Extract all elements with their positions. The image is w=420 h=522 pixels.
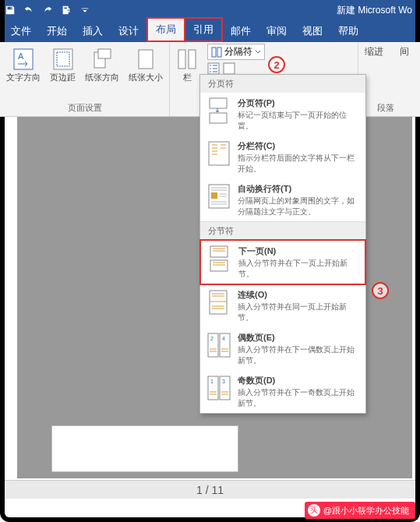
menu-item-even-page[interactable]: 24 偶数页(E)插入分节符并在下一偶数页上开始新节。 (200, 327, 365, 370)
svg-rect-9 (212, 48, 216, 57)
watermark-text: @跟小小筱学办公技能 (323, 505, 409, 517)
svg-rect-5 (98, 49, 111, 58)
orientation-button[interactable]: 纸张方向 (82, 47, 122, 85)
watermark: 头 @跟小小筱学办公技能 (305, 502, 415, 519)
breaks-icon (211, 47, 222, 58)
svg-text:4: 4 (222, 336, 225, 341)
svg-text:1: 1 (210, 379, 214, 384)
menu-item-continuous[interactable]: 连续(O)插入分节符并在同一页上开始新节。 (200, 284, 365, 327)
svg-rect-18 (210, 246, 228, 257)
text-direction-button[interactable]: A 文字方向 (3, 47, 44, 85)
text-wrap-icon (206, 183, 231, 210)
even-page-icon: 24 (206, 332, 231, 358)
menu-item-text-wrap[interactable]: 自动换行符(T)分隔网页上的对象周围的文字，如分隔题注文字与正文。 (200, 178, 365, 221)
menu-header-section-breaks: 分节符 (200, 221, 365, 240)
svg-text:3: 3 (222, 379, 225, 384)
continuous-icon (206, 289, 231, 316)
margins-button[interactable]: 页边距 (47, 47, 79, 85)
svg-rect-19 (210, 260, 228, 271)
callout-3: 3 (372, 282, 389, 299)
page-setup-label: 页面设置 (3, 101, 166, 116)
text-direction-icon: A (12, 48, 34, 70)
svg-rect-8 (189, 50, 196, 69)
svg-rect-15 (209, 142, 229, 165)
svg-rect-6 (139, 50, 153, 69)
orientation-icon (91, 48, 113, 70)
document-page (51, 425, 238, 472)
paragraph-group-label: 段落 (358, 102, 412, 114)
callout-2: 2 (268, 56, 285, 73)
size-icon (135, 48, 157, 70)
svg-rect-14 (210, 113, 227, 123)
odd-page-icon: 13 (206, 375, 231, 401)
spacing-label: 间 (400, 45, 409, 58)
svg-rect-13 (210, 98, 227, 108)
breaks-menu: 分页符 分页符(P)标记一页结束与下一页开始的位置。 分栏符(C)指示分栏符后面… (199, 74, 366, 414)
svg-text:2: 2 (210, 336, 214, 341)
columns-button[interactable]: 栏 (173, 47, 201, 85)
svg-rect-10 (217, 48, 221, 57)
margins-icon (52, 48, 74, 70)
menu-item-page-break[interactable]: 分页符(P)标记一页结束与下一页开始的位置。 (200, 93, 365, 136)
menu-header-page-breaks: 分页符 (200, 75, 365, 93)
menu-item-odd-page[interactable]: 13 奇数页(D)插入分节符并在下一奇数页上开始新节。 (200, 370, 365, 413)
columns-icon (176, 48, 198, 70)
size-button[interactable]: 纸张大小 (125, 47, 166, 85)
line-numbers-icon[interactable] (207, 62, 220, 75)
svg-text:A: A (18, 51, 24, 61)
svg-rect-12 (224, 63, 235, 74)
chevron-down-icon (255, 49, 261, 55)
svg-rect-7 (178, 50, 185, 69)
page-setup-group: A 文字方向 页边距 纸张方向 纸张大小 页面设置 (0, 42, 170, 116)
menu-item-next-page[interactable]: 下一页(N)插入分节符并在下一页上开始新节。 (199, 239, 366, 285)
watermark-icon: 头 (308, 504, 320, 517)
column-break-icon (206, 140, 231, 167)
hyphenation-icon[interactable] (223, 62, 235, 75)
next-page-icon (207, 245, 232, 272)
page-break-icon (206, 97, 231, 124)
breaks-button[interactable]: 分隔符 (207, 44, 265, 60)
page-counter: 1 / 11 (196, 484, 224, 496)
svg-rect-17 (211, 192, 217, 199)
menu-item-column-break[interactable]: 分栏符(C)指示分栏符后面的文字将从下一栏开始。 (200, 136, 365, 178)
status-bar: 1 / 11 (5, 480, 415, 499)
